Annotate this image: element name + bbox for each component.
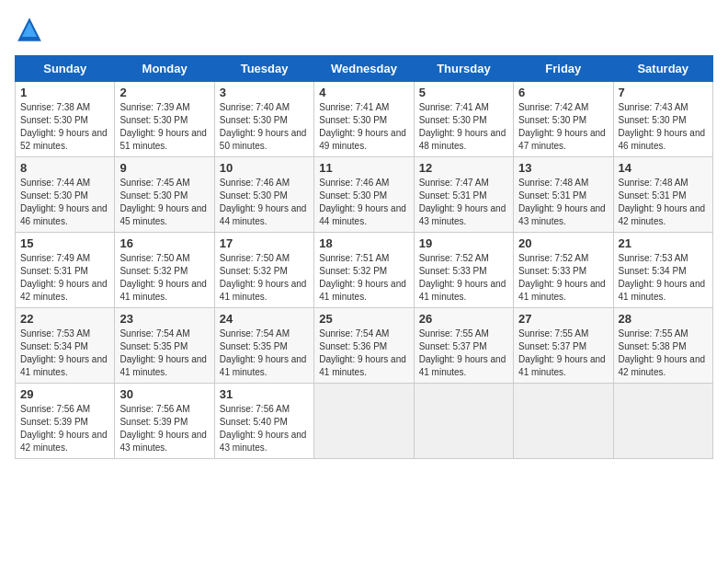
day-info: Sunrise: 7:43 AM Sunset: 5:30 PM Dayligh… [619,101,708,153]
table-row: 22 Sunrise: 7:53 AM Sunset: 5:34 PM Dayl… [16,308,115,384]
day-number: 21 [619,236,708,250]
day-number: 10 [220,161,309,175]
table-row: 12 Sunrise: 7:47 AM Sunset: 5:31 PM Dayl… [414,157,513,233]
table-row: 27 Sunrise: 7:55 AM Sunset: 5:37 PM Dayl… [514,308,613,384]
day-info: Sunrise: 7:50 AM Sunset: 5:32 PM Dayligh… [119,252,209,304]
day-info: Sunrise: 7:44 AM Sunset: 5:30 PM Dayligh… [20,177,109,228]
day-info: Sunrise: 7:50 AM Sunset: 5:32 PM Dayligh… [220,252,309,304]
day-number: 29 [20,387,109,401]
day-info: Sunrise: 7:55 AM Sunset: 5:38 PM Dayligh… [619,327,708,379]
day-info: Sunrise: 7:48 AM Sunset: 5:31 PM Dayligh… [619,177,708,228]
day-number: 18 [319,236,408,250]
table-row: 7 Sunrise: 7:43 AM Sunset: 5:30 PM Dayli… [613,82,712,157]
day-info: Sunrise: 7:56 AM Sunset: 5:39 PM Dayligh… [20,403,109,454]
table-row: 24 Sunrise: 7:54 AM Sunset: 5:35 PM Dayl… [214,308,313,384]
day-number: 5 [419,86,508,99]
day-number: 8 [20,161,109,175]
day-info: Sunrise: 7:38 AM Sunset: 5:30 PM Dayligh… [20,101,109,153]
day-number: 14 [619,161,708,175]
day-number: 30 [119,387,209,401]
table-row: 1 Sunrise: 7:38 AM Sunset: 5:30 PM Dayli… [16,82,115,157]
table-row: 16 Sunrise: 7:50 AM Sunset: 5:32 PM Dayl… [115,233,214,308]
day-info: Sunrise: 7:45 AM Sunset: 5:30 PM Dayligh… [119,177,209,228]
day-number: 31 [220,387,309,401]
logo-icon [15,15,44,44]
table-row [314,384,414,459]
table-row: 17 Sunrise: 7:50 AM Sunset: 5:32 PM Dayl… [214,233,313,308]
day-info: Sunrise: 7:54 AM Sunset: 5:36 PM Dayligh… [319,327,408,379]
day-number: 1 [20,86,109,99]
calendar-table: Sunday Monday Tuesday Wednesday Thursday… [15,55,713,459]
day-number: 3 [220,86,309,99]
table-row: 14 Sunrise: 7:48 AM Sunset: 5:31 PM Dayl… [613,157,712,233]
day-info: Sunrise: 7:54 AM Sunset: 5:35 PM Dayligh… [220,327,309,379]
day-info: Sunrise: 7:46 AM Sunset: 5:30 PM Dayligh… [220,177,309,228]
day-info: Sunrise: 7:49 AM Sunset: 5:31 PM Dayligh… [20,252,109,304]
day-info: Sunrise: 7:41 AM Sunset: 5:30 PM Dayligh… [419,101,508,153]
day-info: Sunrise: 7:39 AM Sunset: 5:30 PM Dayligh… [119,101,209,153]
page-header [15,15,713,44]
table-row [613,384,712,459]
day-info: Sunrise: 7:56 AM Sunset: 5:39 PM Dayligh… [119,403,209,454]
table-row: 2 Sunrise: 7:39 AM Sunset: 5:30 PM Dayli… [115,82,214,157]
table-row: 19 Sunrise: 7:52 AM Sunset: 5:33 PM Dayl… [414,233,513,308]
header-wednesday: Wednesday [314,56,414,82]
day-number: 15 [20,236,109,250]
header-friday: Friday [514,56,613,82]
day-info: Sunrise: 7:42 AM Sunset: 5:30 PM Dayligh… [518,101,608,153]
day-info: Sunrise: 7:53 AM Sunset: 5:34 PM Dayligh… [20,327,109,379]
table-row: 21 Sunrise: 7:53 AM Sunset: 5:34 PM Dayl… [613,233,712,308]
calendar-week-row: 15 Sunrise: 7:49 AM Sunset: 5:31 PM Dayl… [16,233,713,308]
table-row [514,384,613,459]
day-number: 12 [419,161,508,175]
header-saturday: Saturday [613,56,712,82]
day-info: Sunrise: 7:56 AM Sunset: 5:40 PM Dayligh… [220,403,309,454]
calendar-week-row: 1 Sunrise: 7:38 AM Sunset: 5:30 PM Dayli… [16,82,713,157]
day-number: 28 [619,312,708,326]
table-row: 26 Sunrise: 7:55 AM Sunset: 5:37 PM Dayl… [414,308,513,384]
header-sunday: Sunday [16,56,115,82]
day-number: 4 [319,86,408,99]
table-row: 29 Sunrise: 7:56 AM Sunset: 5:39 PM Dayl… [16,384,115,459]
header-tuesday: Tuesday [214,56,313,82]
table-row: 25 Sunrise: 7:54 AM Sunset: 5:36 PM Dayl… [314,308,414,384]
day-info: Sunrise: 7:53 AM Sunset: 5:34 PM Dayligh… [619,252,708,304]
logo [15,15,48,44]
day-number: 24 [220,312,309,326]
day-info: Sunrise: 7:52 AM Sunset: 5:33 PM Dayligh… [518,252,608,304]
table-row: 9 Sunrise: 7:45 AM Sunset: 5:30 PM Dayli… [115,157,214,233]
day-info: Sunrise: 7:47 AM Sunset: 5:31 PM Dayligh… [419,177,508,228]
table-row: 10 Sunrise: 7:46 AM Sunset: 5:30 PM Dayl… [214,157,313,233]
table-row: 15 Sunrise: 7:49 AM Sunset: 5:31 PM Dayl… [16,233,115,308]
day-number: 11 [319,161,408,175]
calendar-week-row: 8 Sunrise: 7:44 AM Sunset: 5:30 PM Dayli… [16,157,713,233]
day-info: Sunrise: 7:51 AM Sunset: 5:32 PM Dayligh… [319,252,408,304]
day-number: 9 [119,161,209,175]
day-number: 25 [319,312,408,326]
day-number: 7 [619,86,708,99]
table-row: 8 Sunrise: 7:44 AM Sunset: 5:30 PM Dayli… [16,157,115,233]
day-number: 16 [119,236,209,250]
table-row: 30 Sunrise: 7:56 AM Sunset: 5:39 PM Dayl… [115,384,214,459]
calendar-week-row: 22 Sunrise: 7:53 AM Sunset: 5:34 PM Dayl… [16,308,713,384]
table-row: 11 Sunrise: 7:46 AM Sunset: 5:30 PM Dayl… [314,157,414,233]
table-row: 20 Sunrise: 7:52 AM Sunset: 5:33 PM Dayl… [514,233,613,308]
day-info: Sunrise: 7:48 AM Sunset: 5:31 PM Dayligh… [518,177,608,228]
day-number: 2 [119,86,209,99]
table-row: 4 Sunrise: 7:41 AM Sunset: 5:30 PM Dayli… [314,82,414,157]
day-number: 23 [119,312,209,326]
header-monday: Monday [115,56,214,82]
day-info: Sunrise: 7:55 AM Sunset: 5:37 PM Dayligh… [518,327,608,379]
header-thursday: Thursday [414,56,513,82]
day-number: 22 [20,312,109,326]
day-info: Sunrise: 7:52 AM Sunset: 5:33 PM Dayligh… [419,252,508,304]
table-row: 6 Sunrise: 7:42 AM Sunset: 5:30 PM Dayli… [514,82,613,157]
weekday-header-row: Sunday Monday Tuesday Wednesday Thursday… [16,56,713,82]
day-info: Sunrise: 7:41 AM Sunset: 5:30 PM Dayligh… [319,101,408,153]
day-number: 13 [518,161,608,175]
day-info: Sunrise: 7:55 AM Sunset: 5:37 PM Dayligh… [419,327,508,379]
day-info: Sunrise: 7:54 AM Sunset: 5:35 PM Dayligh… [119,327,209,379]
table-row: 31 Sunrise: 7:56 AM Sunset: 5:40 PM Dayl… [214,384,313,459]
day-number: 26 [419,312,508,326]
day-info: Sunrise: 7:46 AM Sunset: 5:30 PM Dayligh… [319,177,408,228]
